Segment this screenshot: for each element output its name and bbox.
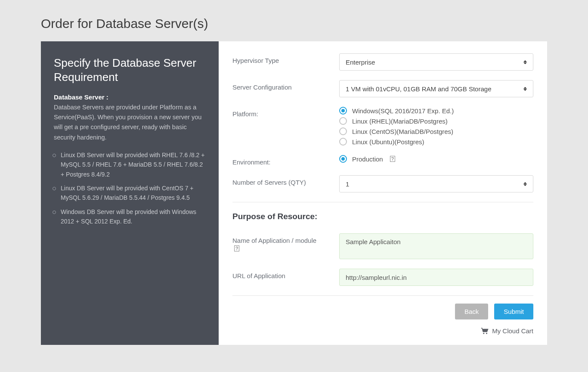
select-qty-value: 1 <box>346 180 349 188</box>
radio-label: Linux (Ubuntu)(Postgres) <box>352 138 424 146</box>
label-environment: Environment: <box>232 155 339 166</box>
radio-dot-icon <box>339 127 347 135</box>
label-qty: Number of Servers (QTY) <box>232 175 339 186</box>
svg-point-0 <box>483 332 484 334</box>
purpose-heading: Purpose of Resource: <box>232 202 533 221</box>
radio-dot-icon <box>339 155 347 163</box>
input-app-url[interactable]: http://sampleurl.nic.in <box>339 269 533 286</box>
sidebar: Specify the Database Server Requirement … <box>41 41 219 345</box>
label-hypervisor: Hypervisor Type <box>232 53 339 64</box>
row-environment: Environment: Production ? <box>232 155 533 166</box>
radio-dot-icon <box>339 107 347 115</box>
row-server-config: Server Configuration 1 VM with 01vCPU, 0… <box>232 80 533 97</box>
cloud-cart-label: My Cloud Cart <box>492 327 533 335</box>
back-button[interactable]: Back <box>455 304 488 319</box>
page-title: Order for Database Server(s) <box>41 16 588 31</box>
row-platform: Platform: Windows(SQL 2016/2017 Exp. Ed.… <box>232 107 533 146</box>
help-icon[interactable]: ? <box>234 245 239 251</box>
radio-platform-ubuntu[interactable]: Linux (Ubuntu)(Postgres) <box>339 138 533 146</box>
radio-platform-rhel[interactable]: Linux (RHEL)(MariaDB/Postgres) <box>339 117 533 125</box>
chevron-sort-icon <box>523 86 528 92</box>
row-qty: Number of Servers (QTY) 1 <box>232 175 533 192</box>
radio-label: Linux (RHEL)(MariaDB/Postgres) <box>352 118 448 125</box>
label-server-config: Server Configuration <box>232 80 339 91</box>
sidebar-bullet: Linux DB Server will be provided with Ce… <box>54 183 206 203</box>
label-platform: Platform: <box>232 107 339 118</box>
form-area: Hypervisor Type Enterprise Server Config… <box>219 41 547 345</box>
label-app-url: URL of Application <box>232 269 339 279</box>
select-hypervisor[interactable]: Enterprise <box>339 53 533 71</box>
sidebar-lead-text: Database Servers are provided under Plat… <box>54 102 206 143</box>
submit-button[interactable]: Submit <box>494 304 533 319</box>
select-qty[interactable]: 1 <box>339 175 533 192</box>
radio-label: Production <box>352 155 383 163</box>
input-app-url-value: http://sampleurl.nic.in <box>346 274 407 281</box>
help-icon[interactable]: ? <box>390 156 395 162</box>
sidebar-lead-label: Database Server : <box>54 93 206 101</box>
row-hypervisor: Hypervisor Type Enterprise <box>232 53 533 71</box>
radio-environment-production[interactable]: Production ? <box>339 155 533 163</box>
label-app-name: Name of Application / module ? <box>232 233 339 251</box>
select-server-config-value: 1 VM with 01vCPU, 01GB RAM and 70GB Stor… <box>346 85 492 93</box>
label-app-name-text: Name of Application / module <box>232 237 316 244</box>
divider <box>232 295 533 296</box>
row-app-url: URL of Application http://sampleurl.nic.… <box>232 269 533 286</box>
input-app-name-value: Sample Applicaiton <box>346 238 401 245</box>
cart-icon <box>481 328 489 335</box>
sidebar-bullet: Linux DB Server will be provided with RH… <box>54 150 206 179</box>
chevron-sort-icon <box>523 59 528 65</box>
cloud-cart-link[interactable]: My Cloud Cart <box>232 327 533 335</box>
platform-radio-group: Windows(SQL 2016/2017 Exp. Ed.) Linux (R… <box>339 107 533 146</box>
radio-label: Linux (CentOS)(MariaDB/Postgres) <box>352 128 453 135</box>
select-server-config[interactable]: 1 VM with 01vCPU, 01GB RAM and 70GB Stor… <box>339 80 533 97</box>
select-hypervisor-value: Enterprise <box>346 59 375 66</box>
sidebar-bullet: Windows DB Server will be provided with … <box>54 207 206 226</box>
chevron-sort-icon <box>523 181 528 187</box>
radio-label: Windows(SQL 2016/2017 Exp. Ed.) <box>352 107 454 115</box>
radio-dot-icon <box>339 117 347 125</box>
row-app-name: Name of Application / module ? Sample Ap… <box>232 233 533 259</box>
input-app-name[interactable]: Sample Applicaiton <box>339 233 533 259</box>
radio-platform-windows[interactable]: Windows(SQL 2016/2017 Exp. Ed.) <box>339 107 533 115</box>
sidebar-heading: Specify the Database Server Requirement <box>54 56 206 84</box>
button-row: Back Submit <box>232 304 533 319</box>
svg-point-1 <box>486 332 487 334</box>
sidebar-bullet-list: Linux DB Server will be provided with RH… <box>54 150 206 226</box>
order-panel: Specify the Database Server Requirement … <box>41 41 547 345</box>
radio-platform-centos[interactable]: Linux (CentOS)(MariaDB/Postgres) <box>339 127 533 135</box>
radio-dot-icon <box>339 138 347 146</box>
